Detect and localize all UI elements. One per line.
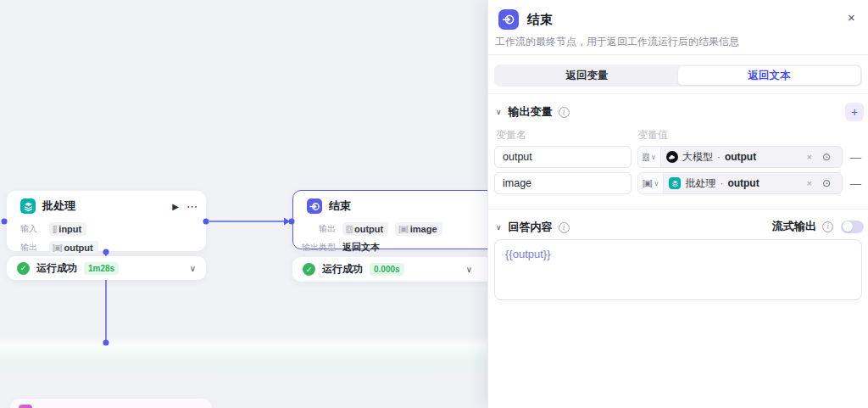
clear-reference-icon[interactable]: ×: [807, 152, 812, 162]
tab-return-variables[interactable]: 返回变量: [496, 66, 678, 85]
chevron-down-icon[interactable]: ∨: [190, 264, 196, 273]
variable-reference-chip[interactable]: 大模型 · output × ⊙: [661, 150, 842, 165]
llm-node-icon: [666, 151, 678, 163]
remove-variable-button[interactable]: —: [850, 151, 861, 164]
success-check-icon: ✓: [303, 263, 315, 276]
output-type-value: 返回文本: [342, 241, 380, 254]
name-column-label: 变量名: [496, 128, 637, 143]
panel-description: 工作流的最终节点，用于返回工作流运行后的结果信息: [495, 35, 860, 49]
end-output-type-row: 输出类型 返回文本: [293, 239, 502, 255]
info-icon: i: [822, 221, 833, 232]
remove-variable-button[interactable]: —: [850, 177, 861, 190]
batch-node-title: 批处理: [42, 198, 172, 214]
variable-value-field: [▣] ∨ 批处理 · output × ⊙: [637, 172, 843, 194]
variable-name-input[interactable]: [494, 172, 632, 194]
batch-output-tag[interactable]: [▣] output: [49, 241, 98, 254]
variable-row: [{}] ∨ 大模型 · output × ⊙ —: [494, 146, 867, 168]
collapse-chevron-icon[interactable]: ∨: [496, 108, 502, 116]
type-select[interactable]: [{}] ∨: [638, 147, 661, 167]
chevron-down-icon: ∨: [654, 180, 659, 187]
batch-node-icon: [669, 177, 681, 189]
type-icon: [{}]: [643, 153, 648, 161]
return-mode-tabbar: 返回变量 返回文本: [494, 64, 862, 87]
value-column-label: 变量值: [637, 128, 668, 143]
pink-node-icon: [19, 405, 32, 408]
locate-node-icon[interactable]: ⊙: [822, 151, 831, 163]
stream-output-control: 流式输出 i: [0, 219, 864, 234]
stream-output-label: 流式输出: [772, 219, 816, 234]
duration-badge: 1m28s: [84, 262, 119, 275]
node-more-button[interactable]: ⋯: [186, 200, 198, 213]
answer-content-textarea[interactable]: {{output}}: [494, 239, 862, 300]
answer-content-value: {{output}}: [505, 248, 551, 260]
info-icon: i: [559, 107, 570, 118]
tab-return-text[interactable]: 返回文本: [678, 66, 860, 85]
batch-node-icon: [20, 198, 36, 214]
variable-value-field: [{}] ∨ 大模型 · output × ⊙: [637, 146, 843, 168]
success-check-icon: ✓: [17, 262, 30, 275]
end-panel-icon: [498, 9, 519, 30]
clear-reference-icon[interactable]: ×: [807, 178, 812, 188]
variable-row: [▣] ∨ 批处理 · output × ⊙ —: [494, 172, 867, 194]
end-node-icon: [307, 198, 322, 214]
bottom-partial-node[interactable]: [10, 399, 212, 408]
chevron-down-icon[interactable]: ∨: [466, 265, 472, 274]
end-node-title: 结束: [329, 198, 493, 214]
batch-status-bar[interactable]: ✓ 运行成功 1m28s ∨: [7, 256, 206, 280]
stream-output-toggle[interactable]: [841, 221, 864, 233]
add-variable-button[interactable]: +: [845, 103, 864, 121]
duration-badge: 0.000s: [370, 263, 404, 276]
variable-column-headers: 变量名 变量值: [496, 128, 860, 143]
type-select[interactable]: [▣] ∨: [638, 173, 664, 193]
panel-title: 结束: [527, 12, 553, 28]
locate-node-icon[interactable]: ⊙: [822, 177, 831, 189]
type-icon: [▣]: [53, 243, 62, 252]
output-vars-section-title: 输出变量: [509, 104, 553, 120]
chevron-down-icon: ∨: [651, 154, 656, 161]
run-node-button[interactable]: ▶: [172, 202, 179, 211]
panel-header: 结束: [498, 9, 553, 30]
close-icon[interactable]: ×: [848, 10, 855, 25]
batch-output-row: 输出 [▣] output: [7, 239, 206, 256]
variable-name-input[interactable]: [494, 146, 632, 168]
end-status-bar[interactable]: ✓ 运行成功 0.000s ∨: [292, 257, 503, 282]
variable-reference-chip[interactable]: 批处理 · output × ⊙: [664, 176, 842, 191]
end-node-config-panel: [487, 0, 868, 408]
type-icon: [▣]: [643, 179, 652, 187]
